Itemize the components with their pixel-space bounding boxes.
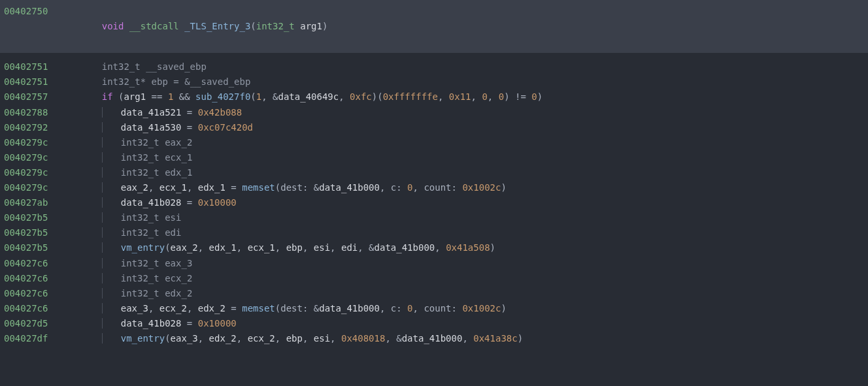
function-signature: void __stdcall _TLS_Entry_3(int32_t arg1… bbox=[80, 4, 868, 49]
type: int32_t* bbox=[102, 76, 146, 87]
code-line[interactable]: 00402751 int32_t __saved_ebp bbox=[0, 59, 868, 74]
code-line[interactable]: 0040279c int32_t ecx_1 bbox=[0, 150, 868, 165]
code-line[interactable]: 0040279c int32_t edx_1 bbox=[0, 165, 868, 180]
address: 00402750 bbox=[0, 4, 55, 49]
variable[interactable]: eax_3 bbox=[165, 258, 192, 268]
data-ref[interactable]: data_41b028 bbox=[121, 197, 182, 208]
variable[interactable]: eax_2 bbox=[165, 137, 192, 148]
variable[interactable]: arg1 bbox=[124, 91, 146, 102]
code-line[interactable]: 004027df vm_entry(eax_3, edx_2, ecx_2, e… bbox=[0, 331, 868, 346]
decompilation-body: 00402751 int32_t __saved_ebp 00402751 in… bbox=[0, 53, 868, 346]
function-call[interactable]: vm_entry bbox=[121, 333, 165, 344]
address: 00402757 bbox=[0, 89, 55, 105]
code-line[interactable]: 004027c6 eax_3, ecx_2, edx_2 = memset(de… bbox=[0, 301, 868, 316]
variable[interactable]: edi bbox=[165, 227, 181, 238]
data-ref[interactable]: data_41a521 bbox=[121, 107, 182, 118]
code-line[interactable]: 00402792 data_41a530 = 0xc07c420d bbox=[0, 120, 868, 135]
type: int32_t bbox=[121, 227, 159, 238]
address: 0040279c bbox=[0, 150, 55, 165]
variable[interactable]: edx_2 bbox=[165, 288, 192, 298]
address: 004027df bbox=[0, 331, 55, 346]
type: int32_t bbox=[102, 61, 141, 72]
address: 004027c6 bbox=[0, 256, 55, 271]
type: int32_t bbox=[121, 288, 159, 298]
address: 00402751 bbox=[0, 59, 55, 74]
code-line[interactable]: 004027ab data_41b028 = 0x10000 bbox=[0, 195, 868, 210]
calling-convention: __stdcall bbox=[129, 21, 179, 31]
code-line[interactable]: 004027d5 data_41b028 = 0x10000 bbox=[0, 316, 868, 331]
variable[interactable]: ecx_2 bbox=[165, 273, 192, 283]
address: 00402788 bbox=[0, 105, 55, 120]
address: 004027c6 bbox=[0, 286, 55, 301]
data-ref[interactable]: data_41b000 bbox=[402, 333, 463, 344]
keyword-if: if bbox=[102, 91, 113, 102]
address: 0040279c bbox=[0, 180, 55, 195]
type: int32_t bbox=[121, 273, 159, 283]
code-line[interactable]: 004027b5 vm_entry(eax_2, edx_1, ecx_1, e… bbox=[0, 240, 868, 255]
code-line[interactable]: 00402751 int32_t* ebp = &__saved_ebp bbox=[0, 74, 868, 89]
address: 004027b5 bbox=[0, 225, 55, 240]
address: 004027b5 bbox=[0, 240, 55, 255]
function-signature-row[interactable]: 00402750 void __stdcall _TLS_Entry_3(int… bbox=[0, 0, 868, 53]
data-ref[interactable]: data_41b000 bbox=[319, 182, 380, 193]
code-line[interactable]: 004027b5 int32_t edi bbox=[0, 225, 868, 240]
variable[interactable]: ecx_1 bbox=[165, 152, 192, 163]
function-call[interactable]: sub_4027f0 bbox=[195, 91, 250, 102]
reference[interactable]: __saved_ebp bbox=[190, 76, 251, 87]
code-line[interactable]: 0040279c eax_2, ecx_1, edx_1 = memset(de… bbox=[0, 180, 868, 195]
type: int32_t bbox=[121, 137, 159, 148]
type: int32_t bbox=[121, 212, 159, 223]
variable[interactable]: esi bbox=[165, 212, 181, 223]
code-line[interactable]: 004027c6 int32_t edx_2 bbox=[0, 286, 868, 301]
address: 004027d5 bbox=[0, 316, 55, 331]
address: 0040279c bbox=[0, 135, 55, 150]
variable[interactable]: edx_1 bbox=[165, 167, 192, 178]
data-ref[interactable]: data_41a530 bbox=[121, 122, 182, 133]
address: 004027c6 bbox=[0, 271, 55, 286]
type: int32_t bbox=[121, 167, 159, 178]
function-call[interactable]: vm_entry bbox=[121, 242, 165, 253]
address: 004027c6 bbox=[0, 301, 55, 316]
variable[interactable]: __saved_ebp bbox=[146, 61, 207, 72]
address: 00402792 bbox=[0, 120, 55, 135]
code-line[interactable]: 004027b5 int32_t esi bbox=[0, 210, 868, 225]
code-line[interactable]: 00402788 data_41a521 = 0x42b088 bbox=[0, 105, 868, 120]
address: 004027ab bbox=[0, 195, 55, 210]
address: 004027b5 bbox=[0, 210, 55, 225]
address: 00402751 bbox=[0, 74, 55, 89]
function-name[interactable]: _TLS_Entry_3 bbox=[184, 21, 250, 31]
data-ref[interactable]: data_41b000 bbox=[319, 303, 380, 314]
code-line[interactable]: 00402757 if (arg1 == 1 && sub_4027f0(1, … bbox=[0, 89, 868, 105]
function-call[interactable]: memset bbox=[242, 303, 275, 314]
keyword-void: void bbox=[102, 21, 124, 31]
code-line[interactable]: 004027c6 int32_t eax_3 bbox=[0, 256, 868, 271]
address: 0040279c bbox=[0, 165, 55, 180]
variable[interactable]: ebp bbox=[152, 76, 168, 87]
type: int32_t bbox=[121, 258, 159, 268]
data-ref[interactable]: data_40649c bbox=[278, 91, 339, 102]
function-call[interactable]: memset bbox=[242, 182, 275, 193]
param-name[interactable]: arg1 bbox=[300, 21, 322, 31]
code-line[interactable]: 004027c6 int32_t ecx_2 bbox=[0, 271, 868, 286]
data-ref[interactable]: data_41b000 bbox=[375, 242, 435, 253]
code-line[interactable]: 0040279c int32_t eax_2 bbox=[0, 135, 868, 150]
type: int32_t bbox=[121, 152, 159, 163]
param-type: int32_t bbox=[256, 21, 295, 31]
data-ref[interactable]: data_41b028 bbox=[121, 318, 182, 329]
